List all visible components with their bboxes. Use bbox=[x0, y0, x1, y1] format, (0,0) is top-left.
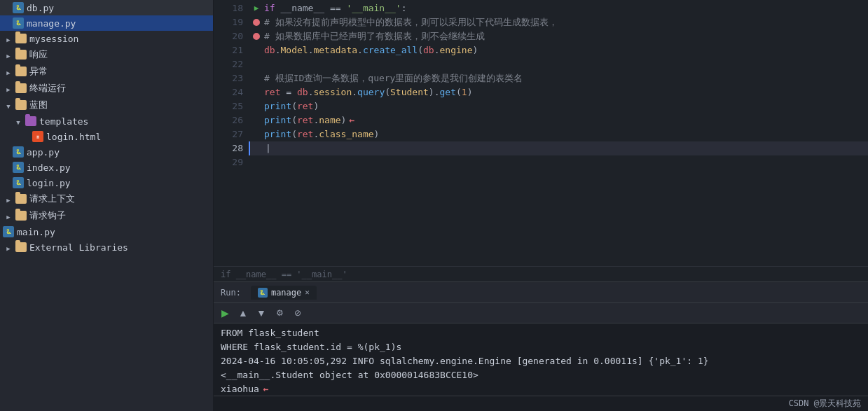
folder-icon bbox=[15, 66, 27, 77]
sidebar-item-label: 蓝图 bbox=[29, 99, 48, 111]
code-line-29 bbox=[249, 155, 868, 169]
arrow-right-icon bbox=[3, 83, 14, 94]
sidebar-item-blueprint[interactable]: 蓝图 bbox=[0, 97, 213, 113]
scroll-up-button[interactable]: ▲ bbox=[236, 306, 250, 320]
py-file-icon: 🐍 bbox=[13, 18, 24, 29]
py-file-icon: 🐍 bbox=[13, 146, 24, 158]
py-file-icon: 🐍 bbox=[3, 226, 14, 237]
arrow-right-icon bbox=[3, 210, 14, 221]
code-line-27: print(ret.class_name) bbox=[249, 127, 868, 141]
code-line-23: # 根据ID查询一条数据，query里面的参数是我们创建的表类名 bbox=[249, 71, 868, 85]
folder-purple-icon bbox=[25, 116, 36, 127]
sidebar-item-label: login.html bbox=[46, 132, 101, 142]
folder-icon bbox=[15, 33, 27, 44]
arrow-right-icon bbox=[3, 193, 14, 204]
breadcrumb-text: if __name__ == '__main__' bbox=[221, 270, 347, 279]
sidebar-item-label: app.py bbox=[27, 147, 60, 158]
terminal-clear-button[interactable]: ⊘ bbox=[291, 306, 305, 320]
code-line-28: | bbox=[249, 141, 868, 155]
sidebar-item-label: index.py bbox=[27, 162, 71, 173]
sidebar-item-label: mysession bbox=[29, 34, 78, 44]
terminal-settings-button[interactable]: ⚙ bbox=[273, 306, 287, 320]
terminal-arrow-5: ← bbox=[263, 382, 269, 396]
sidebar-item-req-context[interactable]: 请求上下文 bbox=[0, 190, 213, 207]
terminal-line-1: FROM flask_student bbox=[221, 326, 861, 340]
sidebar-item-terminal-run[interactable]: 终端运行 bbox=[0, 80, 213, 97]
terminal-text: xiaohua bbox=[221, 382, 259, 396]
sidebar-item-label: manage.py bbox=[27, 18, 76, 29]
py-tab-icon: 🐍 bbox=[258, 288, 268, 298]
sidebar-item-exception[interactable]: 异常 bbox=[0, 63, 213, 80]
sidebar-item-label: login.py bbox=[27, 178, 71, 188]
bp-gutter-19 bbox=[249, 19, 264, 26]
breadcrumb: if __name__ == '__main__' bbox=[214, 266, 868, 281]
sidebar-item-label: External Libraries bbox=[29, 242, 128, 253]
run-label: Run: bbox=[216, 288, 245, 298]
code-line-24: ret = db.session.query(Student).get(1) bbox=[249, 85, 868, 99]
file-tree: 🐍 db.py 🐍 manage.py mysession 响应 异常 bbox=[0, 0, 214, 411]
html-file-icon: H bbox=[32, 131, 43, 142]
code-line-21: db.Model.metadata.create_all(db.engine) bbox=[249, 43, 868, 57]
code-line-25: print(ret) bbox=[249, 99, 868, 113]
arrow-right-icon bbox=[3, 66, 14, 77]
py-file-icon: 🐍 bbox=[13, 162, 24, 173]
terminal-tab-manage[interactable]: 🐍 manage ✕ bbox=[251, 286, 317, 300]
terminal-output: FROM flask_student WHERE flask_student.i… bbox=[214, 323, 868, 396]
sidebar-item-db-py[interactable]: 🐍 db.py bbox=[0, 0, 213, 15]
run-controls: ▶ ▲ ▼ ⚙ ⊘ bbox=[214, 303, 868, 323]
terminal-tab-label: manage bbox=[271, 288, 301, 298]
sidebar-item-login-py[interactable]: 🐍 login.py bbox=[0, 175, 213, 190]
sidebar-item-label: db.py bbox=[27, 3, 54, 13]
arrow-right-icon bbox=[3, 33, 14, 44]
line-numbers: 18 19 20 21 22 23 24 25 26 27 28 29 bbox=[214, 0, 249, 266]
code-editor[interactable]: 18 19 20 21 22 23 24 25 26 27 28 29 ▶ if… bbox=[214, 0, 868, 266]
folder-icon bbox=[15, 49, 27, 60]
watermark-text: CSDN @景天科技苑 bbox=[789, 398, 861, 410]
sidebar-item-manage-py[interactable]: 🐍 manage.py bbox=[0, 15, 213, 31]
folder-icon bbox=[15, 210, 27, 221]
sidebar-item-index-py[interactable]: 🐍 index.py bbox=[0, 160, 213, 175]
run-button[interactable]: ▶ bbox=[218, 306, 232, 320]
terminal-panel: Run: 🐍 manage ✕ ▶ ▲ ▼ ⚙ ⊘ FROM flask_stu… bbox=[214, 281, 868, 411]
sidebar-item-templates[interactable]: templates bbox=[0, 113, 213, 129]
close-tab-icon[interactable]: ✕ bbox=[305, 288, 310, 297]
scroll-down-button[interactable]: ▼ bbox=[254, 306, 268, 320]
sidebar-item-label: 异常 bbox=[29, 65, 48, 78]
arrow-right-icon bbox=[3, 242, 14, 253]
terminal-line-2: WHERE flask_student.id = %(pk_1)s bbox=[221, 340, 861, 354]
terminal-text: WHERE flask_student.id = %(pk_1)s bbox=[221, 340, 401, 354]
arrow-right-icon bbox=[3, 49, 14, 60]
arrow-down-icon bbox=[13, 116, 24, 127]
folder-icon bbox=[15, 193, 27, 204]
sidebar-item-label: 响应 bbox=[29, 48, 48, 61]
sidebar-item-app-py[interactable]: 🐍 app.py bbox=[0, 144, 213, 160]
sidebar-item-main-py[interactable]: 🐍 main.py bbox=[0, 224, 213, 239]
bp-gutter-20 bbox=[249, 33, 264, 40]
sidebar-item-label: templates bbox=[39, 116, 88, 127]
code-line-20: # 如果数据库中已经声明了有数据表，则不会继续生成 bbox=[249, 29, 868, 43]
terminal-text: <__main__.Student object at 0x0000014683… bbox=[221, 368, 478, 382]
py-file-icon: 🐍 bbox=[13, 177, 24, 188]
terminal-text: FROM flask_student bbox=[221, 326, 319, 340]
arrow-down-icon bbox=[3, 99, 14, 111]
sidebar-item-mysession[interactable]: mysession bbox=[0, 31, 213, 46]
sidebar-item-login-html[interactable]: H login.html bbox=[0, 129, 213, 144]
terminal-tab-bar: Run: 🐍 manage ✕ bbox=[214, 282, 868, 303]
folder-icon bbox=[15, 83, 27, 94]
sidebar-item-label: 请求上下文 bbox=[29, 193, 75, 205]
code-line-18: ▶ if __name__ == '__main__': bbox=[249, 1, 868, 15]
sidebar-item-label: main.py bbox=[17, 227, 55, 237]
terminal-text: 2024-04-16 10:05:05,292 INFO sqlalchemy.… bbox=[221, 354, 709, 368]
code-lines: ▶ if __name__ == '__main__': # 如果没有提前声明模… bbox=[249, 0, 868, 266]
py-file-icon: 🐍 bbox=[13, 2, 24, 13]
sidebar-item-response[interactable]: 响应 bbox=[0, 46, 213, 63]
code-line-22 bbox=[249, 57, 868, 71]
terminal-line-4: <__main__.Student object at 0x0000014683… bbox=[221, 368, 861, 382]
sidebar-item-label: 终端运行 bbox=[29, 82, 66, 95]
status-bar: CSDN @景天科技苑 bbox=[214, 396, 868, 411]
sidebar-item-req-hook[interactable]: 请求钩子 bbox=[0, 207, 213, 224]
code-line-26: print(ret.name)← bbox=[249, 113, 868, 127]
terminal-line-5: xiaohua ← bbox=[221, 382, 861, 396]
sidebar-item-external-libs[interactable]: External Libraries bbox=[0, 239, 213, 255]
sidebar-item-label: 请求钩子 bbox=[29, 209, 66, 222]
